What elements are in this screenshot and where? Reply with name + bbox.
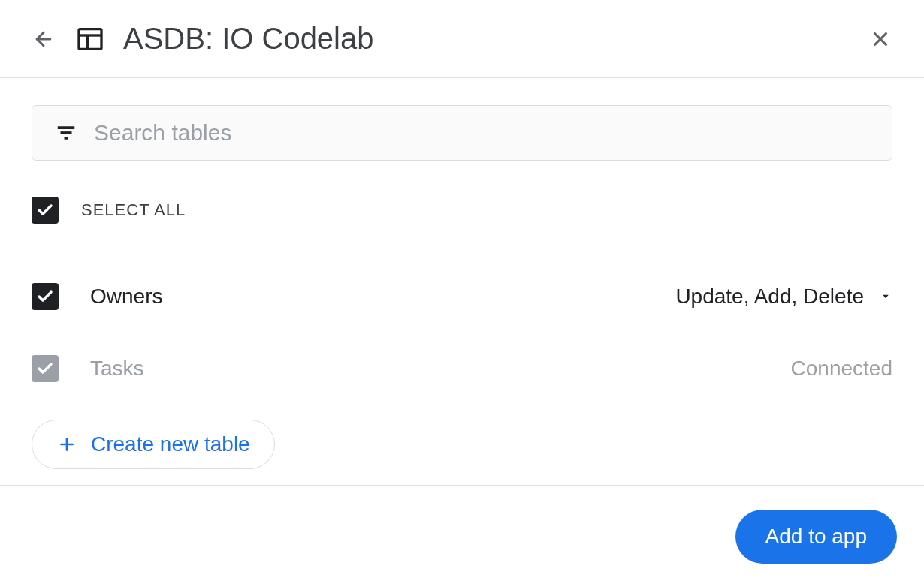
check-icon xyxy=(36,287,54,306)
table-name-label: Tasks xyxy=(90,357,791,381)
svg-rect-1 xyxy=(79,29,101,49)
status-label: Connected xyxy=(791,357,892,381)
modal-content: SELECT ALL Owners Update, Add, Delete Ta… xyxy=(0,78,924,469)
table-icon xyxy=(75,24,105,54)
select-all-label: SELECT ALL xyxy=(81,200,186,220)
table-name-label: Owners xyxy=(90,284,675,309)
filter-icon xyxy=(53,120,79,146)
plus-icon xyxy=(56,434,77,455)
select-all-row: SELECT ALL xyxy=(32,197,892,260)
check-icon xyxy=(36,360,54,378)
modal-footer: Add to app xyxy=(0,485,924,587)
permissions-dropdown[interactable]: Update, Add, Delete xyxy=(675,284,892,309)
permissions-label: Update, Add, Delete xyxy=(675,284,864,309)
create-table-button[interactable]: Create new table xyxy=(32,420,275,469)
close-icon xyxy=(869,28,892,50)
check-icon xyxy=(36,201,54,219)
modal-header: ASDB: IO Codelab xyxy=(0,0,924,78)
svg-rect-7 xyxy=(61,131,72,134)
search-input[interactable] xyxy=(94,120,871,146)
table-checkbox-tasks xyxy=(32,355,59,382)
add-to-app-button[interactable]: Add to app xyxy=(735,510,897,564)
svg-rect-6 xyxy=(58,126,75,129)
arrow-left-icon xyxy=(32,28,55,50)
svg-rect-8 xyxy=(65,137,68,140)
chevron-down-icon xyxy=(879,290,892,303)
back-button[interactable] xyxy=(30,26,57,53)
page-title: ASDB: IO Codelab xyxy=(123,22,867,56)
select-all-checkbox[interactable] xyxy=(32,197,59,224)
table-row: Owners Update, Add, Delete xyxy=(32,260,892,333)
create-table-label: Create new table xyxy=(91,432,250,456)
table-row: Tasks Connected xyxy=(32,333,892,405)
close-button[interactable] xyxy=(867,26,894,53)
svg-marker-9 xyxy=(883,295,889,299)
table-checkbox-owners[interactable] xyxy=(32,283,59,310)
search-container xyxy=(32,105,892,161)
